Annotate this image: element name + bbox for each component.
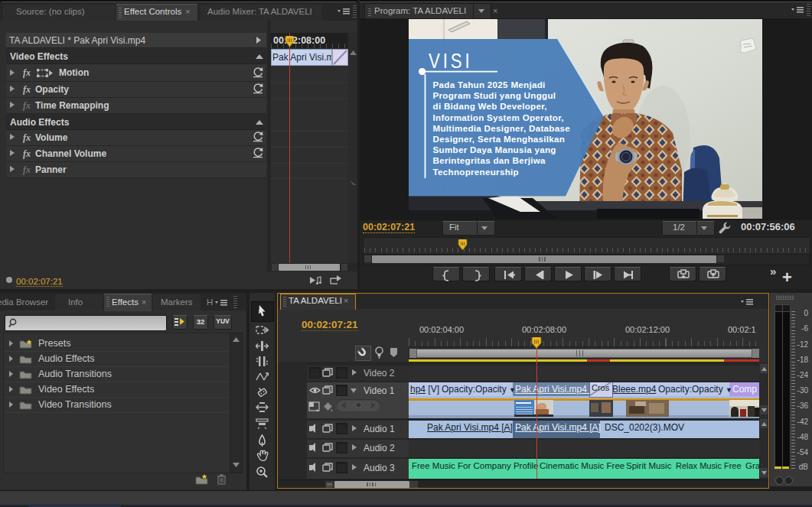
svg-text:VISI: VISI bbox=[429, 48, 473, 72]
svg-text:Technopreneurship: Technopreneurship bbox=[433, 167, 519, 177]
svg-text:Information System Operator,: Information System Operator, bbox=[433, 112, 564, 122]
svg-text:Multimedia Designer, Database: Multimedia Designer, Database bbox=[433, 123, 571, 133]
svg-text:di Bidang Web Developer,: di Bidang Web Developer, bbox=[433, 101, 547, 111]
svg-text:Designer, Serta Menghasilkan: Designer, Serta Menghasilkan bbox=[433, 134, 566, 144]
svg-text:Sumber Daya Manusia yang: Sumber Daya Manusia yang bbox=[433, 145, 556, 154]
svg-text:Berintegritas dan Berjiwa: Berintegritas dan Berjiwa bbox=[433, 155, 546, 165]
svg-text:Program Studi yang Unggul: Program Studi yang Unggul bbox=[433, 90, 556, 100]
svg-text:Pada Tahun 2025 Menjadi: Pada Tahun 2025 Menjadi bbox=[433, 80, 546, 89]
